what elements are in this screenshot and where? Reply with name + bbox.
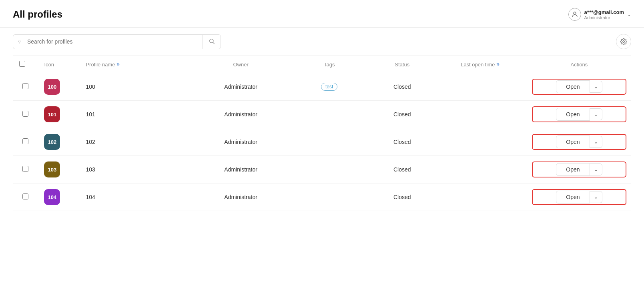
profile-name-sort-icon: ⇅	[116, 62, 120, 66]
open-dropdown-button-1[interactable]: ⌄	[590, 108, 602, 120]
th-actions: Actions	[527, 56, 631, 73]
select-all-checkbox[interactable]	[19, 61, 25, 67]
profile-last-open-2	[433, 128, 527, 156]
profile-icon-4: 104	[44, 189, 60, 205]
profile-icon-3: 103	[44, 161, 60, 177]
open-button-3[interactable]: Open	[556, 163, 590, 176]
user-email: a***@gmail.com	[584, 9, 624, 15]
search-container: ▿	[13, 34, 221, 49]
profile-actions-0: Open⌄	[527, 73, 631, 101]
profile-owner-3: Administrator	[194, 156, 288, 183]
profile-owner-0: Administrator	[194, 73, 288, 101]
th-status: Status	[371, 56, 433, 73]
profile-tags-2	[288, 128, 371, 156]
open-dropdown-button-3[interactable]: ⌄	[590, 163, 602, 175]
search-button[interactable]	[203, 35, 221, 49]
profile-icon-2: 102	[44, 134, 60, 150]
th-owner: Owner	[194, 56, 288, 73]
table-row: 104104AdministratorClosedOpen⌄	[13, 183, 631, 211]
actions-group: Open⌄	[534, 191, 625, 203]
profile-name-1: 101	[79, 101, 194, 128]
open-button-1[interactable]: Open	[556, 108, 590, 121]
filter-icon: ▿	[13, 35, 26, 48]
open-dropdown-button-4[interactable]: ⌄	[590, 191, 602, 203]
profile-tags-1	[288, 101, 371, 128]
profile-tags-0: test	[288, 73, 371, 101]
th-last-open[interactable]: Last open time ⇅	[433, 56, 527, 73]
th-profile-name[interactable]: Profile name ⇅	[79, 56, 194, 73]
tag-badge: test	[321, 83, 337, 91]
actions-group: Open⌄	[534, 136, 625, 148]
row-checkbox-1[interactable]	[22, 111, 28, 117]
table-container: Icon Profile name ⇅ Owner Tags Status La…	[0, 56, 644, 211]
profile-tags-4	[288, 183, 371, 211]
profile-status-1: Closed	[371, 101, 433, 128]
profile-name-4: 104	[79, 183, 194, 211]
open-button-0[interactable]: Open	[556, 80, 590, 93]
profiles-table: Icon Profile name ⇅ Owner Tags Status La…	[13, 56, 631, 211]
profile-owner-4: Administrator	[194, 183, 288, 211]
svg-point-1	[210, 39, 213, 42]
profile-actions-1: Open⌄	[527, 101, 631, 128]
profile-last-open-0	[433, 73, 527, 101]
actions-group: Open⌄	[534, 108, 625, 121]
svg-line-2	[213, 42, 215, 44]
user-menu[interactable]: a***@gmail.com Administrator ⌄	[568, 8, 631, 21]
profile-owner-2: Administrator	[194, 128, 288, 156]
row-checkbox-0[interactable]	[22, 83, 28, 89]
profile-status-0: Closed	[371, 73, 433, 101]
profile-name-3: 103	[79, 156, 194, 183]
user-avatar-icon	[568, 8, 581, 21]
profile-status-2: Closed	[371, 128, 433, 156]
table-row: 101101AdministratorClosedOpen⌄	[13, 101, 631, 128]
actions-group: Open⌄	[534, 163, 625, 176]
profile-icon-1: 101	[44, 106, 60, 122]
th-tags: Tags	[288, 56, 371, 73]
table-row: 102102AdministratorClosedOpen⌄	[13, 128, 631, 156]
row-checkbox-2[interactable]	[22, 138, 28, 144]
profile-actions-2: Open⌄	[527, 128, 631, 156]
profile-actions-4: Open⌄	[527, 183, 631, 211]
profile-owner-1: Administrator	[194, 101, 288, 128]
toolbar: ▿	[0, 28, 644, 56]
profile-status-4: Closed	[371, 183, 433, 211]
profile-actions-3: Open⌄	[527, 156, 631, 183]
user-role: Administrator	[584, 15, 610, 20]
profile-last-open-3	[433, 156, 527, 183]
profile-last-open-1	[433, 101, 527, 128]
page-title: All profiles	[13, 9, 62, 20]
profile-tags-3	[288, 156, 371, 183]
actions-group: Open⌄	[534, 80, 625, 93]
table-row: 100100AdministratortestClosedOpen⌄	[13, 73, 631, 101]
row-checkbox-4[interactable]	[22, 193, 28, 199]
svg-point-3	[623, 41, 625, 43]
th-checkbox	[13, 56, 38, 73]
svg-point-0	[574, 12, 576, 14]
open-dropdown-button-2[interactable]: ⌄	[590, 136, 602, 148]
table-row: 103103AdministratorClosedOpen⌄	[13, 156, 631, 183]
profile-name-2: 102	[79, 128, 194, 156]
profile-name-0: 100	[79, 73, 194, 101]
open-button-4[interactable]: Open	[556, 191, 590, 203]
search-input[interactable]	[26, 35, 203, 48]
profile-status-3: Closed	[371, 156, 433, 183]
profile-last-open-4	[433, 183, 527, 211]
open-dropdown-button-0[interactable]: ⌄	[590, 81, 602, 93]
last-open-sort-icon: ⇅	[496, 62, 500, 66]
settings-button[interactable]	[616, 34, 631, 49]
chevron-down-icon: ⌄	[627, 12, 631, 17]
profile-icon-0: 100	[44, 79, 60, 95]
th-icon: Icon	[38, 56, 79, 73]
user-details: a***@gmail.com Administrator	[584, 9, 624, 20]
open-button-2[interactable]: Open	[556, 136, 590, 148]
row-checkbox-3[interactable]	[22, 166, 28, 172]
